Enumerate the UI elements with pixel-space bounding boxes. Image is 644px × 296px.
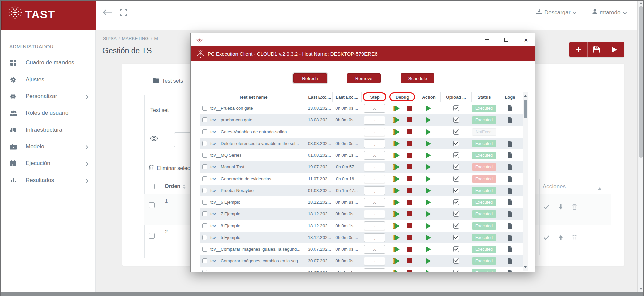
upload-checkbox[interactable] <box>453 199 459 205</box>
scrollbar-thumb[interactable] <box>524 100 527 118</box>
upload-checkbox[interactable] <box>453 117 459 123</box>
debug-play-icon[interactable] <box>393 164 400 170</box>
confirm-icon[interactable] <box>544 235 549 240</box>
play-icon[interactable] <box>426 247 431 252</box>
move-down-icon[interactable] <box>558 204 563 210</box>
row-checkbox[interactable] <box>149 233 155 239</box>
stop-icon[interactable] <box>407 164 412 169</box>
stop-icon[interactable] <box>407 270 412 272</box>
step-input[interactable]: -:- <box>364 175 385 183</box>
debug-play-icon[interactable] <box>393 223 400 229</box>
download-menu[interactable]: Descargar <box>536 9 576 16</box>
breadcrumb-item[interactable]: SIPSA <box>103 36 117 41</box>
stop-icon[interactable] <box>407 247 412 252</box>
upload-checkbox[interactable] <box>453 188 459 193</box>
breadcrumb-item[interactable]: M <box>154 36 158 41</box>
header-last-exec-duration[interactable]: Last Exc.... <box>332 92 361 102</box>
debug-play-icon[interactable] <box>393 258 400 264</box>
header-debug[interactable]: Debug <box>388 92 417 102</box>
stop-icon[interactable] <box>407 188 412 193</box>
play-icon[interactable] <box>426 106 431 111</box>
upload-checkbox[interactable] <box>453 270 459 272</box>
upload-checkbox[interactable] <box>453 176 459 182</box>
stop-icon[interactable] <box>407 117 412 122</box>
close-button[interactable]: × <box>521 35 531 45</box>
browser-scrollbar[interactable] <box>637 0 644 292</box>
debug-play-icon[interactable] <box>393 176 400 182</box>
debug-play-icon[interactable] <box>393 106 400 111</box>
header-action[interactable]: Action <box>417 92 440 102</box>
header-test-set-name[interactable]: Test set name <box>200 92 307 102</box>
debug-play-icon[interactable] <box>393 270 400 272</box>
step-input[interactable]: -:- <box>364 221 385 230</box>
debug-play-icon[interactable] <box>393 129 400 135</box>
stop-icon[interactable] <box>407 129 412 134</box>
play-icon[interactable] <box>426 270 431 272</box>
sidebar-item-modelo[interactable]: Modelo <box>0 138 96 155</box>
upload-checkbox[interactable] <box>453 164 459 170</box>
row-checkbox[interactable] <box>149 202 155 208</box>
row-checkbox[interactable] <box>202 164 207 169</box>
step-input[interactable]: -:- <box>364 233 385 242</box>
debug-play-icon[interactable] <box>393 153 400 158</box>
logs-icon[interactable] <box>507 258 512 264</box>
row-checkbox[interactable] <box>202 117 207 122</box>
step-input[interactable]: -:- <box>364 139 385 148</box>
row-checkbox[interactable] <box>202 247 207 252</box>
remove-button[interactable]: Remove <box>347 73 381 83</box>
stop-icon[interactable] <box>407 141 412 146</box>
table-scrollbar[interactable] <box>523 92 528 271</box>
save-button[interactable] <box>587 42 605 57</box>
sidebar-item-personalizar[interactable]: Personalizar <box>0 88 96 105</box>
logs-icon[interactable] <box>507 141 512 147</box>
minimize-button[interactable] <box>482 35 492 45</box>
schedule-button[interactable]: Schedule <box>401 73 434 83</box>
row-checkbox[interactable] <box>202 153 207 158</box>
scroll-down-icon[interactable] <box>639 288 643 290</box>
scroll-up-icon[interactable] <box>524 95 527 97</box>
play-icon[interactable] <box>426 164 431 170</box>
sidebar-item-roles-de-usuario[interactable]: Roles de usuario <box>0 105 96 121</box>
step-input[interactable]: -:- <box>364 257 385 265</box>
stop-icon[interactable] <box>407 153 412 158</box>
sidebar-item-ejecucion[interactable]: Ejecución <box>0 155 96 172</box>
header-last-exec-date[interactable]: Last Exc.... <box>307 92 332 102</box>
play-icon[interactable] <box>426 117 431 123</box>
brand-header[interactable]: TAST <box>0 0 96 30</box>
logs-icon[interactable] <box>507 117 512 123</box>
add-button[interactable] <box>569 42 587 57</box>
step-input[interactable]: -:- <box>364 151 385 160</box>
logs-icon[interactable] <box>507 211 512 217</box>
fullscreen-icon[interactable] <box>120 9 127 17</box>
row-checkbox[interactable] <box>202 188 207 193</box>
refresh-button[interactable]: Refresh <box>293 73 327 83</box>
debug-play-icon[interactable] <box>393 188 400 193</box>
step-input[interactable]: -:- <box>364 198 385 207</box>
row-checkbox[interactable] <box>202 270 207 272</box>
row-checkbox[interactable] <box>202 129 207 134</box>
trash-icon[interactable] <box>572 235 577 240</box>
step-input[interactable]: -:- <box>364 104 385 113</box>
logs-icon[interactable] <box>507 152 512 158</box>
trash-icon[interactable] <box>572 204 577 210</box>
maximize-button[interactable] <box>501 35 512 45</box>
row-checkbox[interactable] <box>202 235 207 240</box>
upload-checkbox[interactable] <box>453 246 459 252</box>
step-input[interactable]: -:- <box>364 245 385 254</box>
debug-play-icon[interactable] <box>393 117 400 123</box>
upload-checkbox[interactable] <box>453 258 459 264</box>
play-icon[interactable] <box>426 141 431 146</box>
logs-icon[interactable] <box>507 199 512 205</box>
play-icon[interactable] <box>426 223 431 229</box>
run-button[interactable] <box>606 42 624 57</box>
upload-checkbox[interactable] <box>453 223 459 229</box>
sidebar-item-ajustes[interactable]: Ajustes <box>0 71 96 88</box>
step-input[interactable]: -:- <box>364 128 385 136</box>
logs-icon[interactable] <box>507 246 512 252</box>
debug-play-icon[interactable] <box>393 200 400 205</box>
stop-icon[interactable] <box>407 106 412 111</box>
step-input[interactable]: -:- <box>364 186 385 195</box>
header-step[interactable]: Step <box>361 92 388 102</box>
logs-icon[interactable] <box>507 164 512 170</box>
row-checkbox[interactable] <box>202 176 207 181</box>
